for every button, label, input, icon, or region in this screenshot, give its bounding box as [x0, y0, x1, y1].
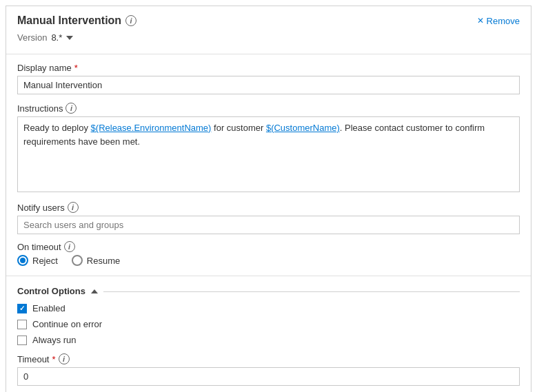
form-header: Manual Intervention i ✕ Remove — [17, 14, 520, 27]
enabled-label: Enabled — [32, 303, 65, 313]
timeout-field-section: Timeout * i — [17, 353, 520, 386]
instructions-text-middle: for customer — [211, 123, 265, 133]
display-name-required: * — [74, 63, 78, 73]
remove-label: Remove — [487, 16, 520, 26]
timeout-info-icon[interactable]: i — [59, 353, 70, 364]
header-left: Manual Intervention i — [17, 14, 136, 27]
remove-button[interactable]: ✕ Remove — [477, 16, 520, 26]
control-options-title: Control Options — [17, 286, 85, 296]
timeout-radio-group: Reject Resume — [17, 255, 520, 266]
on-timeout-section: On timeout i Reject Resume — [17, 241, 520, 266]
always-run-checkbox[interactable] — [17, 336, 27, 345]
instructions-text-before: Ready to deploy — [23, 123, 91, 133]
reject-option[interactable]: Reject — [17, 255, 58, 266]
version-row: Version 8.* — [17, 32, 520, 43]
title-info-icon[interactable]: i — [125, 15, 136, 26]
version-value: 8.* — [51, 32, 62, 43]
middle-divider — [6, 276, 531, 276]
control-options-header: Control Options — [17, 286, 520, 296]
display-name-input[interactable] — [17, 76, 520, 94]
notify-users-section: Notify users i — [17, 202, 520, 234]
always-run-label: Always run — [32, 335, 77, 345]
instructions-text: Ready to deploy $(Release.EnvironmentNam… — [23, 123, 485, 147]
control-options-checkboxes: Enabled Continue on error Always run — [17, 303, 520, 345]
instructions-info-icon[interactable]: i — [65, 103, 77, 114]
enabled-checkbox[interactable] — [17, 304, 27, 313]
resume-radio[interactable] — [72, 255, 83, 266]
continue-on-error-option[interactable]: Continue on error — [17, 319, 520, 329]
resume-option[interactable]: Resume — [72, 255, 120, 266]
remove-x-icon: ✕ — [477, 16, 484, 25]
display-name-label: Display name * — [17, 63, 520, 73]
continue-on-error-label: Continue on error — [32, 319, 102, 329]
notify-users-label: Notify users i — [17, 202, 520, 213]
top-divider — [6, 54, 531, 54]
instructions-link1[interactable]: $(Release.EnvironmentName) — [91, 123, 212, 133]
display-name-section: Display name * — [17, 63, 520, 94]
version-chevron-icon[interactable] — [66, 36, 73, 40]
control-options-chevron-icon[interactable] — [91, 289, 98, 293]
always-run-option[interactable]: Always run — [17, 335, 520, 345]
notify-users-info-icon[interactable]: i — [68, 202, 79, 213]
resume-label: Resume — [87, 256, 120, 266]
instructions-section: Instructions i Ready to deploy $(Release… — [17, 103, 520, 192]
timeout-input[interactable] — [17, 367, 520, 386]
instructions-textarea[interactable]: Ready to deploy $(Release.EnvironmentNam… — [17, 116, 520, 192]
reject-label: Reject — [32, 256, 58, 266]
timeout-required: * — [52, 354, 55, 364]
on-timeout-label: On timeout i — [17, 241, 520, 252]
continue-on-error-checkbox[interactable] — [17, 320, 27, 329]
version-label: Version — [17, 32, 47, 43]
instructions-link2[interactable]: $(CustomerName) — [266, 123, 340, 133]
control-options-divider — [103, 291, 520, 292]
enabled-checkbox-option[interactable]: Enabled — [17, 303, 520, 313]
on-timeout-info-icon[interactable]: i — [64, 241, 75, 252]
timeout-label: Timeout * i — [17, 353, 520, 364]
page-title: Manual Intervention — [17, 14, 121, 27]
notify-users-input[interactable] — [17, 216, 520, 234]
reject-radio[interactable] — [17, 255, 28, 266]
instructions-label: Instructions i — [17, 103, 520, 114]
control-options-section: Control Options Enabled Continue on erro… — [17, 286, 520, 345]
